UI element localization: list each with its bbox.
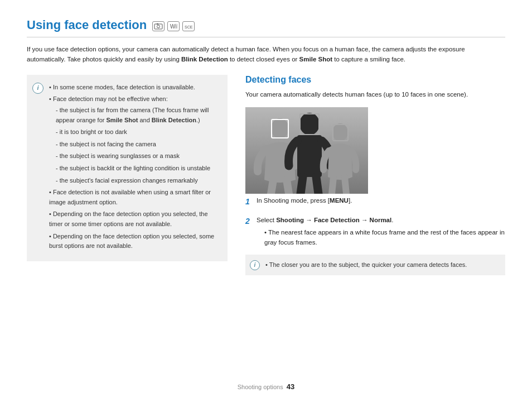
footer-page: 43 [287, 382, 294, 391]
page: Using face detection WiFi SCENE [0, 0, 532, 309]
wifi-icon: WiFi [167, 21, 180, 31]
step-2-number: 2 [245, 215, 253, 227]
small-note-box: i The closer you are to the subject, the… [245, 255, 505, 276]
footer: Shooting options 43 [0, 382, 532, 391]
note-item-2: Face detection may not be effective when… [49, 94, 220, 185]
step-2-sub-item: The nearest face appears in a white focu… [264, 227, 505, 248]
svg-point-1 [157, 25, 160, 28]
svg-rect-0 [154, 24, 162, 29]
note-icon: i [32, 83, 43, 94]
blink-detection-label: Blink Detection [181, 56, 228, 63]
svg-point-9 [332, 123, 348, 141]
step-1: 1 In Shooting mode, press [MENU]. [245, 195, 505, 208]
step-2-sub-list: The nearest face appears in a white focu… [257, 227, 505, 248]
intro-text: If you use face detection options, your … [27, 44, 505, 65]
footer-text: Shooting options [238, 384, 283, 390]
svg-text:WiFi: WiFi [170, 23, 177, 30]
step-1-text: In Shooting mode, press [MENU]. [257, 195, 352, 205]
step-2: 2 Select Shooting → Face Detection → Nor… [245, 215, 505, 248]
svg-text:SCENE: SCENE [185, 25, 193, 29]
note-sub-item-6: the subject's facial expression changes … [56, 176, 220, 186]
note-sub-item-3: the subject is not facing the camera [56, 140, 220, 150]
header-icons: WiFi SCENE [152, 21, 195, 31]
camera-mode-icon [152, 21, 165, 31]
note-sub-item-1: the subject is far from the camera (The … [56, 106, 220, 125]
note-sub-item-5: the subject is backlit or the lighting c… [56, 164, 220, 174]
scene-icon: SCENE [182, 21, 195, 31]
note-sub-item-2: it is too bright or too dark [56, 127, 220, 137]
step-1-number: 1 [245, 195, 253, 208]
note-sub-item-4: the subject is wearing sunglasses or a m… [56, 151, 220, 161]
note-item-1: In some scene modes, face detection is u… [49, 83, 220, 93]
svg-rect-2 [157, 23, 158, 25]
note-item-3: Face detection is not available when usi… [49, 188, 220, 207]
small-note-list: The closer you are to the subject, the q… [265, 260, 499, 270]
content-columns: i In some scene modes, face detection is… [27, 75, 505, 276]
right-column: Detecting faces Your camera automaticall… [245, 75, 505, 276]
note-item-5: Depending on the face detection option y… [49, 232, 220, 251]
page-header: Using face detection WiFi SCENE [27, 18, 505, 37]
intro-text-after: to capture a smiling face. [332, 56, 405, 63]
section-title: Detecting faces [245, 75, 505, 85]
step-2-text: Select Shooting → Face Detection → Norma… [257, 215, 505, 248]
small-note-icon: i [250, 260, 260, 270]
smile-shot-label: Smile Shot [299, 56, 332, 63]
camera-display [245, 107, 505, 195]
left-column: i In some scene modes, face detection is… [27, 75, 228, 276]
small-note-item: The closer you are to the subject, the q… [265, 260, 499, 270]
note-sub-list: the subject is far from the camera (The … [49, 106, 220, 185]
svg-point-7 [299, 113, 320, 135]
svg-point-6 [271, 118, 289, 138]
section-desc: Your camera automatically detects human … [245, 89, 505, 99]
intro-text-middle: to detect closed eyes or [228, 56, 299, 63]
note-item-4: Depending on the face detection option y… [49, 209, 220, 229]
page-title: Using face detection [27, 18, 147, 32]
left-note-box: i In some scene modes, face detection is… [27, 75, 228, 261]
note-list: In some scene modes, face detection is u… [49, 83, 220, 251]
